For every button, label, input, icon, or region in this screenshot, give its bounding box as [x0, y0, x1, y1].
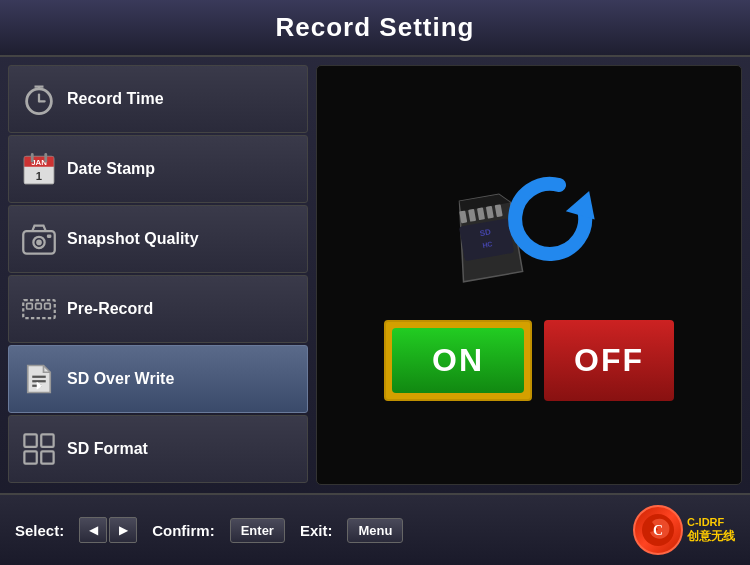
brand-logo: C C-IDRF 创意无线	[633, 505, 735, 555]
sd-card-illustration: SD HC	[439, 150, 619, 300]
svg-rect-19	[45, 303, 51, 309]
brand-chinese-text: 创意无线	[687, 528, 735, 545]
select-label: Select:	[15, 522, 64, 539]
sd-write-icon	[21, 361, 57, 397]
sidebar-item-label-pre-record: Pre-Record	[67, 300, 153, 318]
sidebar-item-record-time[interactable]: Record Time	[8, 65, 308, 133]
content-area: Record Time 1 JAN Date Stamp	[0, 57, 750, 493]
calendar-icon: 1 JAN	[21, 151, 57, 187]
grid-icon	[21, 431, 57, 467]
button-row: ON OFF	[384, 320, 674, 401]
confirm-button[interactable]: Enter	[230, 518, 285, 543]
svg-rect-15	[47, 235, 52, 238]
sidebar-item-label-snapshot-quality: Snapshot Quality	[67, 230, 199, 248]
svg-rect-25	[24, 451, 36, 463]
header: Record Setting	[0, 0, 750, 57]
svg-marker-35	[566, 185, 603, 221]
footer-controls: Select: ◀ ▶ Confirm: Enter Exit: Menu	[15, 517, 403, 543]
exit-button[interactable]: Menu	[347, 518, 403, 543]
svg-rect-17	[27, 303, 33, 309]
left-menu: Record Time 1 JAN Date Stamp	[8, 65, 308, 485]
timer-icon	[21, 81, 57, 117]
sidebar-item-snapshot-quality[interactable]: Snapshot Quality	[8, 205, 308, 273]
sidebar-item-sd-format[interactable]: SD Format	[8, 415, 308, 483]
sidebar-item-label-sd-over-write: SD Over Write	[67, 370, 174, 388]
svg-text:C: C	[653, 523, 663, 538]
svg-point-14	[36, 240, 42, 246]
sidebar-item-date-stamp[interactable]: 1 JAN Date Stamp	[8, 135, 308, 203]
sidebar-item-pre-record[interactable]: Pre-Record	[8, 275, 308, 343]
on-button-wrapper: ON	[384, 320, 532, 401]
sidebar-item-label-sd-format: SD Format	[67, 440, 148, 458]
nav-left-button[interactable]: ◀	[79, 517, 107, 543]
svg-rect-18	[36, 303, 42, 309]
svg-rect-23	[24, 434, 36, 446]
nav-right-button[interactable]: ▶	[109, 517, 137, 543]
confirm-label: Confirm:	[152, 522, 215, 539]
svg-rect-26	[41, 451, 53, 463]
brand-id-text: C-IDRF	[687, 516, 735, 528]
page-title: Record Setting	[276, 12, 475, 42]
right-panel: SD HC	[316, 65, 742, 485]
film-icon	[21, 291, 57, 327]
main-container: Record Setting Record Time	[0, 0, 750, 565]
sidebar-item-sd-over-write[interactable]: SD Over Write	[8, 345, 308, 413]
svg-rect-24	[41, 434, 53, 446]
footer: Select: ◀ ▶ Confirm: Enter Exit: Menu C	[0, 493, 750, 565]
off-button[interactable]: OFF	[544, 320, 674, 401]
svg-text:1: 1	[36, 170, 42, 182]
sidebar-item-label-date-stamp: Date Stamp	[67, 160, 155, 178]
sidebar-item-label-record-time: Record Time	[67, 90, 164, 108]
on-button[interactable]: ON	[392, 328, 524, 393]
brand-icon: C	[633, 505, 683, 555]
camera-icon	[21, 221, 57, 257]
nav-buttons: ◀ ▶	[79, 517, 137, 543]
exit-label: Exit:	[300, 522, 333, 539]
